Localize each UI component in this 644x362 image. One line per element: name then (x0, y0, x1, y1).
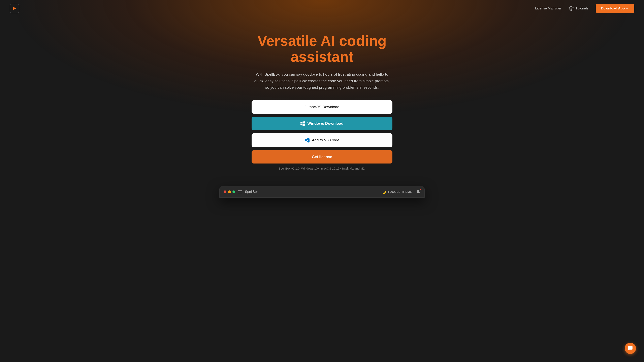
traffic-light-red[interactable] (224, 190, 226, 193)
titlebar-right: 🌙 TOGGLE THEME (382, 189, 420, 194)
macos-download-button[interactable]:  macOS Download (252, 100, 392, 114)
tutorials-label: Tutorials (575, 6, 588, 10)
moon-icon: 🌙 (382, 190, 386, 194)
license-manager-link[interactable]: License Manager (535, 6, 561, 10)
traffic-light-green[interactable] (232, 190, 235, 193)
nav-download-app-button[interactable]: Download App → (596, 4, 634, 13)
vscode-download-label: Add to VS Code (312, 138, 339, 142)
vscode-download-button[interactable]: Add to VS Code (252, 133, 392, 147)
hero-title: Versatile AI coding assistant (250, 33, 394, 65)
chat-bubble-button[interactable] (625, 343, 636, 354)
nav-links: License Manager Tutorials Download App → (535, 4, 634, 13)
version-text: SpellBox v2.1.0, Windows 10+, macOS 10.1… (278, 167, 366, 170)
windows-download-button[interactable]: Windows Download (252, 117, 392, 130)
titlebar-left: SpellBox (224, 190, 258, 194)
bell-badge (419, 188, 421, 190)
download-buttons:  macOS Download Windows Download Add to (252, 100, 392, 163)
traffic-light-yellow[interactable] (228, 190, 231, 193)
app-preview: SpellBox 🌙 TOGGLE THEME (219, 186, 425, 198)
navbar: License Manager Tutorials Download App → (0, 0, 644, 17)
hero-section: Versatile AI coding assistant With Spell… (0, 17, 644, 178)
app-window: SpellBox 🌙 TOGGLE THEME (219, 186, 425, 198)
get-license-button[interactable]: Get license (252, 150, 392, 163)
traffic-lights (224, 190, 235, 193)
tutorials-link[interactable]: Tutorials (568, 6, 588, 11)
toggle-theme-button[interactable]: 🌙 TOGGLE THEME (382, 190, 412, 194)
logo-icon (10, 3, 19, 13)
vscode-icon (305, 138, 310, 143)
hamburger-menu-icon[interactable] (238, 190, 242, 193)
macos-download-label: macOS Download (308, 105, 339, 109)
bell-icon[interactable] (416, 189, 420, 194)
logo[interactable] (10, 3, 19, 13)
windows-icon (300, 121, 305, 126)
app-titlebar: SpellBox 🌙 TOGGLE THEME (220, 186, 424, 198)
toggle-theme-label: TOGGLE THEME (388, 190, 412, 193)
hero-subtitle: With SpellBox, you can say goodbye to ho… (254, 71, 390, 91)
windows-download-label: Windows Download (307, 121, 343, 126)
apple-icon:  (305, 105, 306, 109)
app-name-label: SpellBox (245, 190, 258, 194)
